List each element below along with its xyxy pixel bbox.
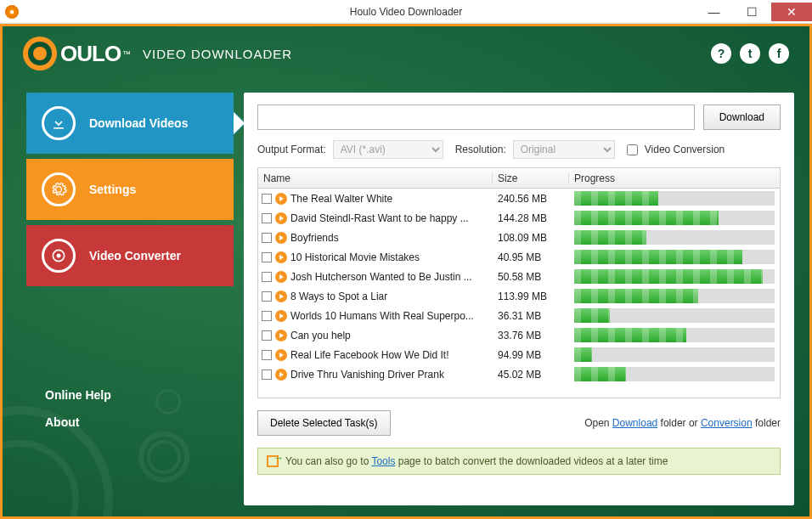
logo-text: OULO (60, 41, 121, 67)
row-checkbox[interactable] (262, 311, 272, 321)
row-name: 8 Ways to Spot a Liar (290, 291, 387, 302)
app-body: OULO™ VIDEO DOWNLOADER ? t f Download Vi… (3, 26, 809, 516)
table-row[interactable]: Can you help33.76 MB (258, 325, 780, 345)
play-icon (275, 193, 287, 205)
row-size: 108.09 MB (493, 232, 569, 244)
row-checkbox[interactable] (262, 213, 272, 223)
tab-settings[interactable]: Settings (26, 159, 234, 220)
convert-icon (267, 455, 279, 467)
converter-icon (42, 239, 76, 273)
table-row[interactable]: Real Life Facebook How We Did It!94.99 M… (258, 345, 780, 364)
table-row[interactable]: Josh Hutcherson Wanted to Be Justin ...5… (258, 267, 780, 286)
play-icon (275, 271, 287, 283)
table-row[interactable]: 10 Historical Movie Mistakes40.95 MB (258, 247, 780, 267)
play-icon (275, 310, 287, 322)
play-icon (275, 251, 287, 263)
table-row[interactable]: David Steindl-Rast Want to be happy ...1… (258, 208, 780, 228)
table-row[interactable]: Drive Thru Vanishing Driver Prank45.02 M… (258, 364, 780, 384)
window-title: Houlo Video Downloader (350, 6, 463, 18)
row-checkbox[interactable] (262, 272, 272, 282)
tab-label: Download Videos (89, 116, 188, 130)
resolution-label: Resolution: (455, 144, 506, 155)
download-folder-link[interactable]: Download (612, 417, 657, 429)
tab-video-converter[interactable]: Video Converter (26, 225, 234, 286)
svg-point-1 (57, 254, 61, 258)
row-size: 33.76 MB (493, 330, 569, 341)
row-name: Can you help (290, 330, 351, 341)
delete-selected-button[interactable]: Delete Selected Task(s) (257, 410, 391, 436)
tip-bar: You can also go to Tools page to batch c… (257, 448, 781, 475)
video-conversion-label: Video Conversion (645, 144, 725, 155)
progress-bar (574, 308, 775, 323)
tab-label: Video Converter (89, 249, 181, 262)
progress-bar (574, 191, 775, 206)
progress-bar (574, 250, 775, 264)
tab-download-videos[interactable]: Download Videos (26, 93, 234, 154)
logo-subtitle: VIDEO DOWNLOADER (143, 47, 292, 61)
table-row[interactable]: Worlds 10 Humans With Real Superpo...36.… (258, 306, 780, 325)
row-size: 240.56 MB (493, 193, 569, 205)
row-checkbox[interactable] (262, 194, 272, 204)
row-size: 94.99 MB (493, 349, 569, 361)
output-format-select[interactable]: AVI (*.avi) (333, 140, 443, 159)
help-icon[interactable]: ? (711, 43, 731, 64)
progress-bar (574, 269, 775, 284)
play-icon (275, 369, 287, 381)
output-format-label: Output Format: (257, 144, 326, 155)
resolution-select[interactable]: Original (513, 140, 615, 159)
row-checkbox[interactable] (262, 350, 272, 360)
outer-frame: OULO™ VIDEO DOWNLOADER ? t f Download Vi… (0, 24, 812, 519)
conversion-folder-link[interactable]: Conversion (701, 417, 753, 429)
video-conversion-checkbox[interactable] (627, 144, 638, 155)
table-row[interactable]: Boyfriends108.09 MB (258, 228, 780, 247)
maximize-button[interactable]: ☐ (733, 3, 771, 21)
play-icon (275, 291, 287, 302)
row-checkbox[interactable] (262, 330, 272, 341)
window-titlebar: ● Houlo Video Downloader — ☐ ✕ (0, 0, 812, 24)
minimize-button[interactable]: — (695, 3, 733, 21)
progress-bar (574, 230, 775, 245)
folder-links: Open Download folder or Conversion folde… (584, 417, 781, 429)
row-name: Worlds 10 Humans With Real Superpo... (290, 310, 474, 322)
row-name: 10 Historical Movie Mistakes (290, 251, 420, 263)
facebook-icon[interactable]: f (769, 43, 789, 64)
progress-bar (574, 328, 775, 342)
column-name[interactable]: Name (258, 172, 493, 184)
twitter-icon[interactable]: t (740, 43, 760, 64)
progress-bar (574, 289, 775, 303)
sidebar: Download Videos Settings Video Converter… (26, 93, 234, 443)
play-icon (275, 232, 287, 244)
row-name: Real Life Facebook How We Did It! (290, 349, 449, 361)
decorative-circle (147, 440, 181, 474)
row-size: 40.95 MB (493, 251, 569, 263)
url-input[interactable] (257, 104, 695, 130)
app-icon: ● (5, 5, 19, 19)
column-progress[interactable]: Progress (569, 172, 780, 184)
download-button[interactable]: Download (703, 104, 781, 130)
play-icon (275, 349, 287, 361)
table-row[interactable]: 8 Ways to Spot a Liar113.99 MB (258, 286, 780, 306)
progress-bar (574, 211, 775, 225)
row-checkbox[interactable] (262, 370, 272, 380)
progress-bar (574, 367, 775, 381)
row-checkbox[interactable] (262, 252, 272, 262)
download-icon (42, 106, 76, 140)
close-button[interactable]: ✕ (771, 3, 812, 21)
link-about[interactable]: About (45, 415, 234, 429)
row-size: 113.99 MB (493, 291, 569, 302)
table-row[interactable]: The Real Walter White240.56 MB (258, 189, 780, 208)
row-size: 50.58 MB (493, 271, 569, 283)
row-name: Josh Hutcherson Wanted to Be Justin ... (290, 271, 472, 283)
row-size: 45.02 MB (493, 369, 569, 381)
progress-bar (574, 347, 775, 362)
link-online-help[interactable]: Online Help (45, 388, 234, 402)
row-checkbox[interactable] (262, 233, 272, 243)
app-header: OULO™ VIDEO DOWNLOADER ? t f (3, 26, 809, 81)
row-name: The Real Walter White (290, 193, 392, 205)
row-checkbox[interactable] (262, 291, 272, 302)
play-icon (275, 212, 287, 224)
tools-link[interactable]: Tools (371, 455, 395, 467)
column-size[interactable]: Size (493, 172, 569, 184)
row-size: 36.31 MB (493, 310, 569, 322)
gear-icon (42, 172, 76, 206)
